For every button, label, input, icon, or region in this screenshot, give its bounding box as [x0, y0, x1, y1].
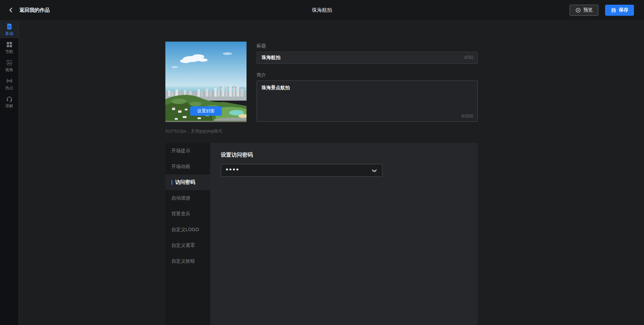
save-button[interactable]: 保存 [605, 5, 634, 16]
cover-hint: 512*512px，支持jpg/png格式 [165, 128, 222, 134]
tab-custom-logo[interactable]: 自定义LOGO [165, 222, 210, 237]
settings-tab-list: 开场提示 开场动画 访问密码 自动巡游 背景音乐 自定义LOGO 自定义遮罩 自… [165, 143, 210, 325]
tab-label: 自定义遮罩 [171, 242, 195, 249]
save-label: 保存 [619, 7, 628, 13]
tab-label: 开场提示 [171, 148, 190, 154]
preview-button[interactable]: 预览 [570, 5, 598, 16]
tab-label: 自动巡游 [171, 195, 190, 201]
active-tab-bar [171, 180, 172, 185]
sidebar-item-basic[interactable]: 基础 [0, 20, 18, 38]
sidebar-item-label: 讲解 [5, 104, 13, 108]
hotspot-broadcast-icon [6, 77, 13, 85]
play-circle-icon [575, 7, 581, 13]
password-input[interactable]: •••• [221, 164, 382, 177]
main-content: 基础设置 [19, 20, 644, 325]
panel-title: 设置访问密码 [221, 152, 253, 159]
title-field-wrap: 4/50 [257, 52, 478, 64]
sidebar-item-hotspot[interactable]: 热点 [0, 74, 18, 93]
tab-auto-tour[interactable]: 自动巡游 [165, 190, 210, 206]
set-cover-button[interactable]: 设置封面 [190, 106, 222, 116]
viewpoint-icon [6, 59, 13, 66]
tab-label: 自定义LOGO [171, 227, 199, 233]
work-title: 珠海航拍 [0, 7, 644, 13]
password-masked-value: •••• [226, 166, 371, 173]
sidebar-item-label: 视角 [5, 68, 13, 72]
intro-textarea[interactable]: 珠海景点航拍 [257, 80, 478, 122]
back-button[interactable]: 返回我的作品 [0, 6, 50, 14]
tab-custom-button[interactable]: 自定义按钮 [165, 253, 210, 269]
tab-label: 开场动画 [171, 164, 190, 170]
title-label: 标题 [257, 43, 266, 49]
sidebar: 基础 导航 视角 热点 讲解 [0, 20, 19, 325]
title-input[interactable] [257, 52, 478, 64]
preview-label: 预览 [583, 7, 593, 13]
grid-icon [6, 41, 13, 48]
topbar: 返回我的作品 珠海航拍 预览 保存 [0, 0, 644, 20]
eye-closed-icon[interactable] [371, 167, 378, 174]
tab-label: 自定义按钮 [171, 258, 195, 264]
settings-section: 开场提示 开场动画 访问密码 自动巡游 背景音乐 自定义LOGO 自定义遮罩 自… [165, 143, 478, 325]
document-icon [6, 23, 13, 30]
editor-screen: 返回我的作品 珠海航拍 预览 保存 基础 [0, 0, 644, 325]
cover-image[interactable]: 设置封面 [165, 42, 247, 122]
tab-access-password[interactable]: 访问密码 [165, 174, 210, 190]
sidebar-item-navigation[interactable]: 导航 [0, 38, 18, 56]
tab-label: 访问密码 [175, 179, 195, 185]
save-floppy-icon [611, 7, 616, 13]
chevron-left-icon [7, 6, 15, 14]
intro-label: 简介 [257, 72, 266, 78]
back-label: 返回我的作品 [19, 7, 50, 13]
tab-label: 背景音乐 [171, 211, 190, 217]
sidebar-item-narration[interactable]: 讲解 [0, 93, 18, 111]
sidebar-item-label: 基础 [5, 32, 13, 36]
access-password-panel: 设置访问密码 •••• [210, 143, 478, 325]
headset-icon [6, 95, 13, 103]
sidebar-item-label: 导航 [5, 50, 13, 54]
sidebar-item-viewpoint[interactable]: 视角 [0, 56, 18, 74]
tab-opening-animation[interactable]: 开场动画 [165, 159, 210, 174]
intro-field-wrap: 珠海景点航拍 6/500 [257, 80, 478, 122]
tab-opening-tip[interactable]: 开场提示 [165, 143, 210, 159]
sidebar-item-label: 热点 [5, 86, 13, 90]
tab-background-music[interactable]: 背景音乐 [165, 206, 210, 222]
tab-custom-mask[interactable]: 自定义遮罩 [165, 237, 210, 253]
topbar-actions: 预览 保存 [570, 5, 644, 16]
